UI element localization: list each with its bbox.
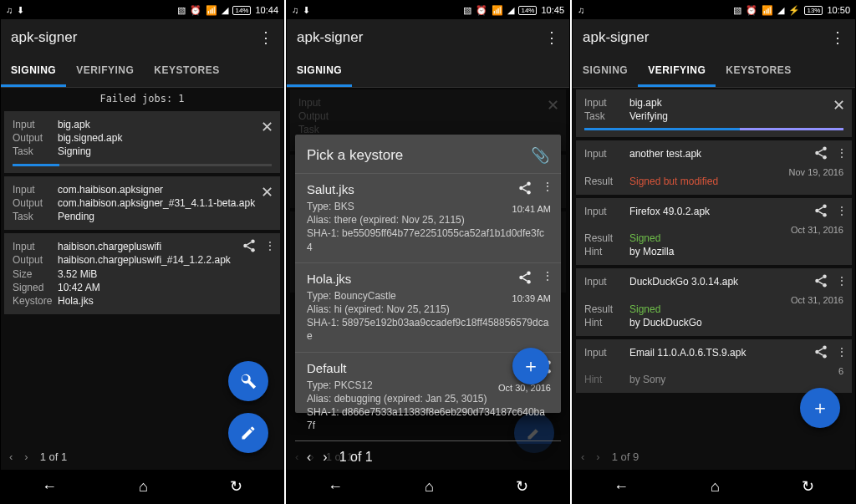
value-alias: debugging (expired: Jan 25, 3015) [334,393,487,405]
svg-point-22 [815,350,819,354]
label-hint: Hint [584,316,624,329]
nav-refresh-icon[interactable]: ↻ [230,477,242,496]
value-task: Signing [58,145,272,158]
item-menu-icon[interactable]: ⋮ [837,346,847,358]
screen-signing: ♫ ⬇ ▧ ⏰ 📶 ◢ 14% 10:44 apk-signer ⋮ SIGNI… [0,0,284,504]
label-output: Output [13,131,53,145]
value-type: BouncyCastle [334,290,396,302]
label-sha1: SHA-1: [307,406,339,418]
app-title: apk-signer [11,29,77,46]
tab-keystores[interactable]: KEYSTORES [716,56,801,87]
label-keystore: Keystore [13,294,53,308]
nav-refresh-icon[interactable]: ↻ [516,477,528,496]
svg-point-20 [823,283,827,288]
pager-next-icon[interactable]: › [323,450,327,465]
fab-edit[interactable] [228,413,268,453]
keystore-name: Hola.jks [307,272,549,286]
pager-next-icon[interactable]: › [24,451,28,463]
verify-card[interactable]: ✕ Inputbig.apk TaskVerifying [576,89,852,137]
close-icon[interactable]: ✕ [261,118,273,136]
label-result: Result [584,232,624,245]
app-title: apk-signer [297,29,363,46]
alarm-icon: ⏰ [746,5,757,16]
svg-point-18 [823,275,827,279]
app-bar: apk-signer ⋮ [1,19,283,56]
tab-signing[interactable]: SIGNING [287,56,352,87]
download-icon: ⬇ [17,5,24,16]
tab-bar: SIGNING VERIFYING KEYSTORES [573,56,855,88]
label-task: Task [584,109,624,123]
value-hint: by Sony [629,373,843,386]
nav-home-icon[interactable]: ⌂ [711,478,720,496]
overflow-menu-icon[interactable]: ⋮ [830,28,845,47]
pager-prev-icon[interactable]: ‹ [307,450,311,465]
verify-card[interactable]: ⋮ Inputanother test.apk Nov 19, 2016 Res… [576,140,852,194]
item-menu-icon[interactable]: ⋮ [543,181,553,196]
tab-signing[interactable]: SIGNING [573,56,638,87]
svg-point-14 [823,155,827,160]
fab-add[interactable]: ＋ [512,348,549,384]
nav-back-icon[interactable]: ← [614,478,629,496]
verify-card[interactable]: ⋮ InputFirefox 49.0.2.apk Oct 31, 2016 R… [576,198,852,266]
value-task: Pending [58,210,272,223]
label-task: Task [13,145,53,158]
signal-icon: ◢ [507,5,514,16]
value-output: haibison.chargepluswifi_#14_1.2.2.apk [58,253,272,267]
nav-home-icon[interactable]: ⌂ [425,478,434,496]
close-icon[interactable]: ✕ [833,96,845,115]
job-card[interactable]: ⋮ Inputhaibison.chargepluswifi Outputhai… [4,233,280,314]
attachment-icon[interactable]: 📎 [531,146,549,165]
tab-signing[interactable]: SIGNING [1,56,66,87]
item-menu-icon[interactable]: ⋮ [837,205,847,216]
item-menu-icon[interactable]: ⋮ [543,270,553,285]
value-sha1: 58975e192b03aa9ccadef9c18ff458856579dcae [307,317,548,342]
overflow-menu-icon[interactable]: ⋮ [258,28,273,47]
download-icon: ⬇ [303,5,310,16]
wifi-icon: 📶 [492,5,503,16]
share-icon[interactable] [813,145,828,160]
item-menu-icon[interactable]: ⋮ [837,147,847,159]
value-keystore: Hola.jks [58,294,272,308]
value-alias: hi (expired: Nov 25, 2115) [334,303,450,315]
keystore-item[interactable]: ⋮ Salut.jks Type: BKS 10:41 AM Alias: th… [295,173,561,262]
overflow-menu-icon[interactable]: ⋮ [544,28,559,47]
nav-back-icon[interactable]: ← [42,478,57,496]
nav-refresh-icon[interactable]: ↻ [802,477,814,496]
label-input: Input [584,346,624,359]
fab-add[interactable]: ＋ [800,388,840,428]
nfc-icon: ▧ [463,5,471,16]
share-icon[interactable] [813,273,828,288]
verify-card[interactable]: ⋮ InputDuckDuckGo 3.0.14.apk Oct 31, 201… [576,268,852,336]
verify-card[interactable]: ⋮ InputEmail 11.0.A.0.6.TS.9.apk 6 Hintb… [576,339,852,393]
pager-next-icon[interactable]: › [596,451,599,463]
label-result: Result [584,175,624,188]
fab-wrench[interactable] [228,361,268,401]
job-card[interactable]: ✕ Inputcom.haibison.apksigner Outputcom.… [4,176,280,231]
share-icon[interactable] [517,181,532,196]
keystore-name: Salut.jks [307,182,549,196]
share-icon[interactable] [242,238,257,253]
tab-keystores[interactable]: KEYSTORES [144,56,229,87]
svg-point-1 [243,244,247,248]
label-alias: Alias: [307,393,331,405]
tab-verifying[interactable]: VERIFYING [66,56,144,87]
job-card[interactable]: ✕ Inputbig.apk Outputbig.signed.apk Task… [4,111,280,173]
keystore-time: Oct 30, 2016 [498,383,551,393]
pager-prev-icon[interactable]: ‹ [581,451,584,463]
share-icon[interactable] [517,270,532,285]
close-icon[interactable]: ✕ [261,183,273,201]
label-sha1: SHA-1: [307,317,339,328]
tab-verifying[interactable]: VERIFYING [638,56,716,87]
keystore-item[interactable]: ⋮ Hola.jks Type: BouncyCastle 10:39 AM A… [295,262,561,352]
nav-back-icon[interactable]: ← [328,478,343,496]
item-menu-icon[interactable]: ⋮ [265,240,275,252]
item-menu-icon[interactable]: ⋮ [837,275,847,287]
keystore-picker-dialog: Pick a keystore 📎 ⋮ Salut.jks Type: BKS … [295,135,561,413]
music-icon: ♫ [292,5,298,15]
pager-prev-icon[interactable]: ‹ [9,451,13,463]
share-icon[interactable] [813,203,828,218]
share-icon[interactable] [813,344,828,359]
pager-label: 1 of 1 [40,451,68,463]
nav-home-icon[interactable]: ⌂ [139,478,148,496]
value-signed: 10:42 AM [58,281,272,294]
